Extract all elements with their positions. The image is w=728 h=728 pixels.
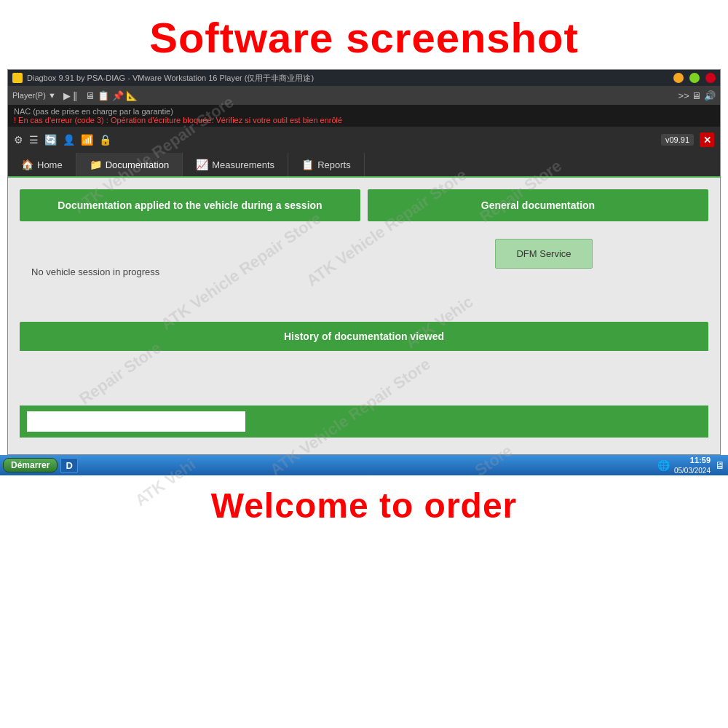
no-session-text: No vehicle session in progress bbox=[31, 266, 159, 277]
tab-home-label: Home bbox=[37, 159, 63, 170]
taskbar-monitor-icon: 🖥 bbox=[715, 459, 725, 471]
dfm-panel: DFM Service bbox=[379, 232, 708, 312]
diagbox-grid-icon[interactable]: ⚙ bbox=[14, 134, 23, 146]
vm-minimize-btn[interactable] bbox=[673, 73, 684, 83]
history-body bbox=[20, 351, 708, 398]
tab-documentation[interactable]: 📁 Documentation bbox=[76, 153, 183, 176]
main-content: Documentation applied to the vehicle dur… bbox=[8, 178, 720, 454]
vm-close-btn[interactable] bbox=[705, 73, 716, 83]
player-menu[interactable]: Player(P) ▼ bbox=[12, 91, 56, 100]
history-section: History of documentation viewed bbox=[20, 322, 708, 398]
win-taskbar: Démarrer D 🌐 11:59 05/03/2024 🖥 bbox=[0, 455, 728, 475]
tab-documentation-label: Documentation bbox=[106, 159, 169, 170]
start-button[interactable]: Démarrer bbox=[3, 458, 58, 472]
vmware-toolbar: Player(P) ▼ ▶ ‖ 🖥 📋 📌 📐 >> 🖥 🔊 bbox=[8, 86, 720, 105]
bottom-bar bbox=[20, 405, 708, 438]
taskbar-d-icon[interactable]: D bbox=[60, 458, 77, 473]
diagbox-user-icon[interactable]: 👤 bbox=[63, 134, 75, 146]
history-header: History of documentation viewed bbox=[20, 322, 708, 351]
notif-line1: NAC (pas de prise en charge par la garan… bbox=[14, 107, 714, 116]
tab-reports[interactable]: 📋 Reports bbox=[288, 153, 365, 176]
top-label: Software screenshot bbox=[0, 0, 728, 69]
vm-titlebar: Diagbox 9.91 by PSA-DIAG - VMware Workst… bbox=[8, 70, 720, 86]
diagbox-menu-icon[interactable]: ☰ bbox=[29, 134, 39, 146]
bottom-label: Welcome to order bbox=[0, 475, 728, 539]
clock-date: 05/03/2024 bbox=[674, 466, 711, 475]
clock-time: 11:59 bbox=[674, 455, 711, 465]
taskbar-globe-icon: 🌐 bbox=[657, 459, 670, 471]
vm-maximize-btn[interactable] bbox=[689, 73, 700, 83]
diagbox-wifi-icon[interactable]: 📶 bbox=[81, 134, 93, 146]
vm-window: Diagbox 9.91 by PSA-DIAG - VMware Workst… bbox=[7, 69, 721, 455]
tab-reports-label: Reports bbox=[317, 159, 351, 170]
taskbar-clock: 11:59 05/03/2024 bbox=[674, 455, 711, 475]
dfm-service-button[interactable]: DFM Service bbox=[495, 239, 592, 269]
home-icon: 🏠 bbox=[21, 159, 33, 170]
toolbar-right-icons: >> 🖥 🔊 bbox=[678, 90, 716, 101]
diagbox-refresh-icon[interactable]: 🔄 bbox=[44, 134, 57, 146]
documentation-icon: 📁 bbox=[90, 159, 102, 170]
diagbox-lock-icon[interactable]: 🔒 bbox=[99, 134, 111, 146]
search-input[interactable] bbox=[27, 411, 245, 432]
tab-measurements-label: Measurements bbox=[212, 159, 274, 170]
diagbox-close-btn[interactable]: ✕ bbox=[700, 132, 714, 147]
tab-home[interactable]: 🏠 Home bbox=[8, 153, 76, 176]
vm-title: Diagbox 9.91 by PSA-DIAG - VMware Workst… bbox=[27, 73, 314, 84]
diagbox-topbar: ⚙ ☰ 🔄 👤 📶 🔒 v09.91 ✕ bbox=[8, 127, 720, 153]
toolbar-icons: 🖥 📋 📌 📐 bbox=[85, 90, 138, 101]
doc-session-button[interactable]: Documentation applied to the vehicle dur… bbox=[20, 189, 360, 221]
version-badge: v09.91 bbox=[661, 134, 694, 146]
notif-bar: NAC (pas de prise en charge par la garan… bbox=[8, 105, 720, 127]
vm-icon bbox=[12, 73, 23, 83]
no-session-panel: No vehicle session in progress bbox=[20, 232, 372, 312]
doc-buttons-row: Documentation applied to the vehicle dur… bbox=[20, 189, 708, 221]
nav-tabs: 🏠 Home 📁 Documentation 📈 Measurements 📋 … bbox=[8, 153, 720, 178]
doc-general-button[interactable]: General documentation bbox=[368, 189, 708, 221]
measurements-icon: 📈 bbox=[196, 159, 208, 170]
toolbar-play[interactable]: ▶ ‖ bbox=[63, 90, 79, 101]
notif-line2: ! En cas d'erreur (code 3) : Opération d… bbox=[14, 116, 714, 124]
reports-icon: 📋 bbox=[301, 159, 314, 170]
middle-area: No vehicle session in progress DFM Servi… bbox=[20, 232, 708, 312]
tab-measurements[interactable]: 📈 Measurements bbox=[183, 153, 288, 176]
